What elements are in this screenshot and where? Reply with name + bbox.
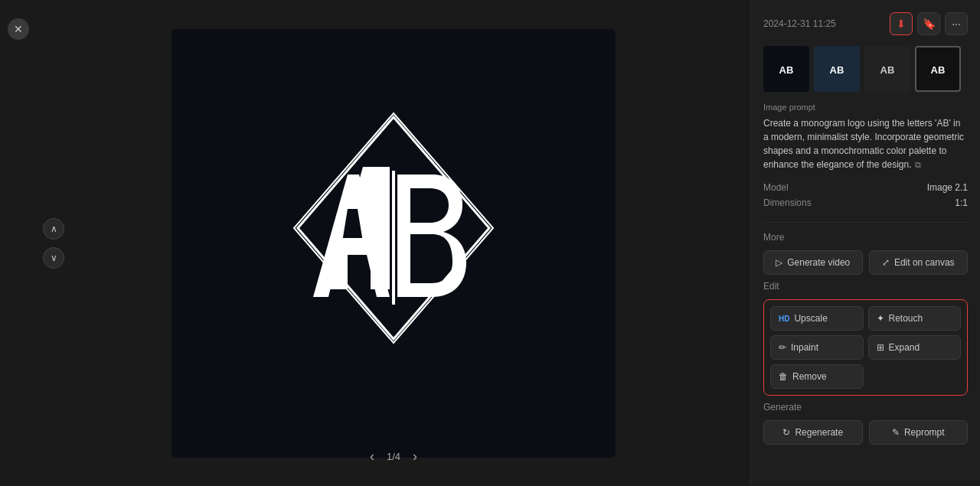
thumbnail-1[interactable]: AB	[763, 46, 809, 92]
generate-section-title: Generate	[763, 402, 968, 413]
edit-section-container: HD Upscale ✦ Retouch ✏ Inpaint ⊞ Expand …	[763, 299, 968, 396]
sidebar: 2024-12-31 11:25 ⬇ 🔖 ··· AB AB AB AB Ima	[750, 0, 980, 486]
nav-up-button[interactable]: ∧	[43, 218, 64, 240]
more-button[interactable]: ···	[945, 12, 968, 35]
upscale-label: Upscale	[794, 313, 827, 324]
more-actions-row: ▷ Generate video ⤢ Edit on canvas	[763, 250, 968, 275]
generate-video-button[interactable]: ▷ Generate video	[763, 250, 863, 275]
prev-page-button[interactable]: ‹	[364, 445, 381, 468]
close-area: ✕	[0, 0, 37, 486]
thumbnail-3[interactable]: AB	[864, 46, 910, 92]
divider-1	[763, 222, 968, 223]
model-label: Model	[763, 182, 789, 193]
dimensions-value: 1:1	[955, 197, 968, 208]
header-actions: ⬇ 🔖 ···	[890, 12, 968, 35]
canvas-icon: ⤢	[882, 257, 890, 268]
reprompt-icon: ✎	[892, 427, 900, 438]
dimensions-label: Dimensions	[763, 197, 812, 208]
prompt-label: Image prompt	[763, 103, 968, 112]
svg-text:AB: AB	[830, 64, 844, 76]
video-icon: ▷	[776, 257, 782, 268]
next-page-button[interactable]: ›	[407, 445, 423, 468]
svg-rect-3	[392, 171, 395, 305]
expand-button[interactable]: ⊞ Expand	[868, 335, 962, 360]
reprompt-button[interactable]: ✎ Reprompt	[869, 420, 969, 445]
sidebar-header: 2024-12-31 11:25 ⬇ 🔖 ···	[763, 12, 968, 35]
reprompt-label: Reprompt	[904, 427, 945, 438]
edit-section-title: Edit	[763, 281, 968, 292]
inpaint-icon: ✏	[779, 342, 786, 353]
upscale-button[interactable]: HD Upscale	[770, 306, 864, 331]
bookmark-icon: 🔖	[923, 18, 936, 30]
generate-video-label: Generate video	[787, 257, 850, 268]
download-button[interactable]: ⬇	[890, 12, 913, 35]
model-value: Image 2.1	[927, 182, 968, 193]
nav-down-button[interactable]: ∨	[43, 247, 64, 269]
upscale-icon: HD	[779, 315, 789, 323]
thumbnail-4[interactable]: AB	[915, 46, 961, 92]
canvas-area: ∧ ∨	[37, 0, 750, 486]
copy-prompt-button[interactable]: ⧉	[915, 158, 921, 171]
regenerate-label: Regenerate	[795, 427, 843, 438]
regenerate-button[interactable]: ↻ Regenerate	[763, 420, 863, 445]
more-icon: ···	[952, 18, 961, 30]
thumbnail-2[interactable]: AB	[814, 46, 860, 92]
remove-icon: 🗑	[779, 371, 788, 382]
svg-text:AB: AB	[880, 64, 895, 76]
remove-button[interactable]: 🗑 Remove	[770, 364, 864, 389]
page-indicator: ‹ 1/4 ›	[364, 445, 423, 468]
edit-on-canvas-button[interactable]: ⤢ Edit on canvas	[869, 250, 969, 275]
prompt-text: Create a monogram logo using the letters…	[763, 116, 968, 171]
remove-label: Remove	[792, 371, 827, 382]
inpaint-label: Inpaint	[791, 342, 818, 353]
svg-text:AB: AB	[779, 64, 794, 76]
thumbnails-row: AB AB AB AB	[763, 46, 968, 92]
image-container	[172, 29, 616, 458]
retouch-label: Retouch	[889, 313, 923, 324]
page-number: 1/4	[387, 451, 400, 462]
inpaint-button[interactable]: ✏ Inpaint	[770, 335, 864, 360]
expand-icon: ⊞	[877, 342, 884, 353]
svg-text:AB: AB	[931, 64, 946, 76]
generate-actions-row: ↻ Regenerate ✎ Reprompt	[763, 420, 968, 445]
edit-grid: HD Upscale ✦ Retouch ✏ Inpaint ⊞ Expand …	[770, 306, 961, 389]
more-section-title: More	[763, 232, 968, 243]
edit-on-canvas-label: Edit on canvas	[894, 257, 955, 268]
ab-logo-image	[271, 106, 516, 381]
timestamp: 2024-12-31 11:25	[763, 18, 836, 29]
expand-label: Expand	[889, 342, 920, 353]
model-row: Model Image 2.1	[763, 182, 968, 193]
retouch-button[interactable]: ✦ Retouch	[868, 306, 962, 331]
retouch-icon: ✦	[877, 313, 884, 324]
svg-rect-2	[338, 238, 371, 250]
close-button[interactable]: ✕	[8, 18, 29, 40]
dimensions-row: Dimensions 1:1	[763, 197, 968, 208]
download-icon: ⬇	[897, 18, 906, 30]
regen-icon: ↻	[782, 427, 790, 438]
bookmark-button[interactable]: 🔖	[917, 12, 940, 35]
